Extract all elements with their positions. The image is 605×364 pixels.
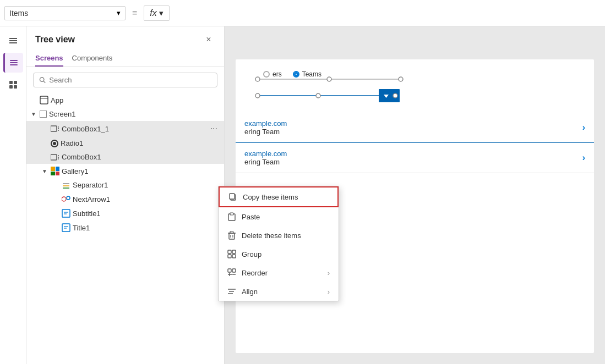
tree-panel: Tree view × Screens Components ▶ <box>26 26 225 364</box>
context-menu: Copy these items Paste Delete <box>218 186 339 301</box>
more-options-icon[interactable]: ··· <box>208 124 220 134</box>
submenu-arrow-icon: › <box>328 288 330 296</box>
gallery-icon <box>51 167 59 175</box>
svg-point-53 <box>255 77 260 81</box>
svg-point-7 <box>40 78 44 82</box>
sidebar-item-menu[interactable] <box>3 31 23 51</box>
svg-rect-41 <box>232 250 236 253</box>
list-item-2-email: example.com <box>244 150 287 158</box>
list-item-1-team: ering Team <box>244 128 287 136</box>
tree-item-label: Title1 <box>73 224 220 232</box>
radio-circle-2 <box>293 71 299 78</box>
svg-rect-40 <box>228 250 231 253</box>
context-menu-paste[interactable]: Paste <box>219 207 339 226</box>
svg-rect-5 <box>9 85 13 89</box>
radio-label-1: ers <box>272 70 282 78</box>
sidebar-item-grid[interactable] <box>3 75 23 95</box>
tree-search-box[interactable] <box>33 73 217 87</box>
svg-point-61 <box>393 93 397 98</box>
tree-item-app[interactable]: ▶ App <box>26 93 224 107</box>
delete-icon <box>227 231 236 240</box>
context-menu-paste-label: Paste <box>242 213 260 221</box>
svg-rect-42 <box>228 255 231 258</box>
separator-icon <box>62 181 70 189</box>
svg-rect-34 <box>230 213 233 215</box>
svg-line-8 <box>43 81 45 82</box>
close-icon: × <box>206 35 211 45</box>
group-icon <box>227 250 236 258</box>
radio-option-2[interactable]: Teams <box>293 70 321 78</box>
svg-point-54 <box>327 77 331 81</box>
submenu-arrow-icon: › <box>328 269 330 277</box>
radio-option-1[interactable]: ers <box>263 70 282 78</box>
tree-item-label: Gallery1 <box>62 167 220 175</box>
tree-item-label: NextArrow1 <box>73 195 220 203</box>
context-menu-reorder-label: Reorder <box>242 269 268 277</box>
chevron-down-icon: ▼ <box>31 111 37 117</box>
svg-point-57 <box>255 93 260 98</box>
context-menu-copy[interactable]: Copy these items <box>219 186 339 207</box>
context-menu-align[interactable]: Align › <box>219 282 339 301</box>
equals-sign: = <box>130 8 139 18</box>
search-icon <box>39 76 46 84</box>
tree-item-label: App <box>51 96 220 104</box>
top-bar: Items ▾ = fx ▾ <box>0 0 605 26</box>
svg-point-58 <box>316 93 320 98</box>
svg-rect-43 <box>232 255 236 258</box>
tree-item-label: ComboBox1 <box>62 153 220 161</box>
svg-rect-4 <box>14 81 17 84</box>
edit-icon <box>62 223 70 232</box>
tree-item-separator1[interactable]: ▶ Separator1 <box>26 178 224 192</box>
tree-item-screen1[interactable]: ▼ Screen1 <box>26 107 224 121</box>
svg-rect-32 <box>230 194 235 199</box>
svg-rect-1 <box>10 62 18 63</box>
context-menu-delete[interactable]: Delete these items <box>219 226 339 245</box>
tree-item-title1[interactable]: ▶ Title1 <box>26 220 224 235</box>
tree-tabs: Screens Components <box>26 51 224 67</box>
svg-rect-11 <box>51 126 57 131</box>
app-icon <box>40 96 48 104</box>
items-dropdown[interactable]: Items ▾ <box>4 6 126 20</box>
tree-item-label: ComboBox1_1 <box>62 125 206 133</box>
tree-item-label: Separator1 <box>73 181 220 189</box>
context-menu-group[interactable]: Group <box>219 245 339 263</box>
tab-components[interactable]: Components <box>72 51 113 67</box>
nextarrow-icon <box>62 195 70 203</box>
close-button[interactable]: × <box>202 33 215 46</box>
tab-screens[interactable]: Screens <box>35 51 63 67</box>
layers-icon <box>9 58 19 68</box>
tree-item-gallery1[interactable]: ▼ Gallery1 <box>26 164 224 178</box>
search-input[interactable] <box>49 76 211 84</box>
svg-rect-35 <box>229 233 235 239</box>
context-menu-align-label: Align <box>242 288 258 296</box>
combobox-icon <box>51 154 59 161</box>
svg-point-55 <box>399 77 403 81</box>
tree-item-radio1[interactable]: ▶ Radio1 <box>26 136 224 150</box>
tree-item-combobox1[interactable]: ▶ ComboBox1 <box>26 150 224 164</box>
context-menu-reorder[interactable]: Reorder › <box>219 263 339 282</box>
paste-icon <box>227 212 236 221</box>
tree-item-nextarrow1[interactable]: ▶ NextArrow1 <box>26 192 224 206</box>
list-item-2-team: ering Team <box>244 158 287 166</box>
chevron-down-icon: ▼ <box>42 168 48 174</box>
svg-rect-0 <box>10 60 18 61</box>
tree-item-subtitle1[interactable]: ▶ Subtitle1 <box>26 206 224 220</box>
svg-rect-28 <box>62 224 70 231</box>
radio-label-2: Teams <box>302 70 321 78</box>
canvas-list-item-1[interactable]: example.com ering Team › <box>236 113 594 143</box>
tree-content: ▶ App ▼ Screen1 ▶ <box>26 93 224 364</box>
canvas-list-item-2[interactable]: example.com ering Team › <box>236 143 594 173</box>
sidebar-item-layers[interactable] <box>3 53 23 73</box>
reorder-icon <box>227 268 236 277</box>
context-menu-copy-label: Copy these items <box>243 193 298 201</box>
svg-rect-9 <box>40 96 48 104</box>
tree-item-label: Subtitle1 <box>73 209 220 218</box>
radio-circle-1 <box>263 71 270 78</box>
svg-rect-6 <box>14 85 17 89</box>
chevron-down-icon: ▾ <box>117 9 121 17</box>
fx-label: fx <box>150 8 156 18</box>
svg-rect-25 <box>62 209 70 217</box>
svg-rect-3 <box>9 81 13 84</box>
fx-button[interactable]: fx ▾ <box>144 5 169 21</box>
tree-item-combobox1-1[interactable]: ▶ ComboBox1_1 ··· <box>26 121 224 136</box>
